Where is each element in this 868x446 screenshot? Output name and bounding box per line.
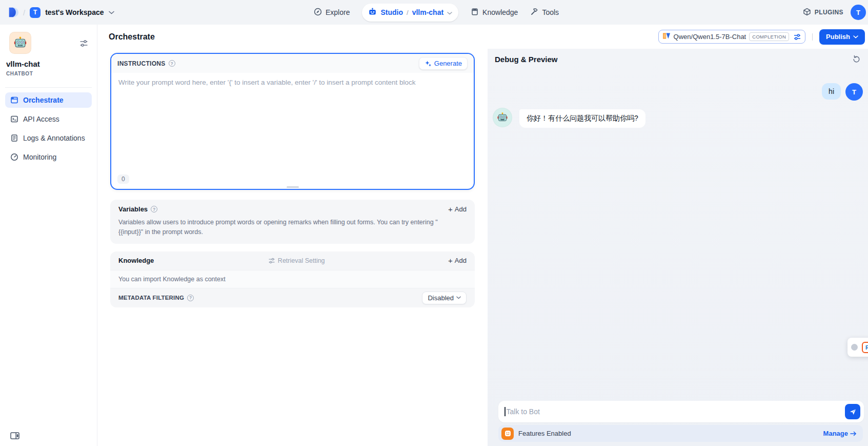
- nav-explore[interactable]: Explore: [314, 8, 350, 17]
- help-icon[interactable]: ?: [187, 295, 194, 301]
- metadata-filtering-value: Disabled: [428, 294, 454, 302]
- chat-input[interactable]: Talk to Bot: [498, 401, 864, 422]
- collapse-sidebar-icon[interactable]: [10, 432, 19, 442]
- app-type-label: CHATBOT: [6, 71, 33, 76]
- sidebar-item-logs-annotations[interactable]: Logs & Annotations: [5, 130, 92, 146]
- model-selector[interactable]: Qwen/Qwen1.5-7B-Chat COMPLETION: [658, 30, 805, 44]
- variables-card: Variables ? + Add Variables allow users …: [110, 200, 475, 244]
- orchestrate-config-panel: INSTRUCTIONS ? Generate Write your promp…: [97, 49, 488, 446]
- nav-studio-active[interactable]: Studio / vllm-chat: [362, 4, 458, 22]
- floating-extension-widget[interactable]: R: [847, 338, 868, 357]
- sidebar-item-orchestrate[interactable]: Orchestrate: [5, 92, 92, 108]
- metadata-filtering-label: METADATA FILTERING: [118, 295, 184, 301]
- sidebar-item-api-access[interactable]: API Access: [5, 111, 92, 127]
- features-icon: [501, 428, 514, 440]
- sidebar-divider: [5, 87, 92, 88]
- add-label: Add: [455, 205, 467, 213]
- manage-label: Manage: [823, 430, 848, 437]
- chat-message-user: hi T: [822, 83, 863, 101]
- top-navigation-bar: / T test's Workspace Explore: [0, 0, 868, 25]
- retrieval-setting-button[interactable]: Retrieval Setting: [268, 257, 325, 264]
- page-title: Orchestrate: [109, 32, 155, 42]
- robot-emoji-icon: [13, 36, 27, 50]
- plugins-box-icon: [803, 8, 811, 17]
- knowledge-card: Knowledge Retrieval Setting + Add You ca…: [110, 251, 475, 307]
- model-name: Qwen/Qwen1.5-7B-Chat: [674, 33, 746, 41]
- nav-knowledge-label: Knowledge: [482, 8, 518, 16]
- resize-handle[interactable]: [287, 186, 299, 188]
- manage-features-link[interactable]: Manage: [823, 430, 857, 437]
- retrieval-sliders-icon: [268, 257, 275, 264]
- metadata-filtering-dropdown[interactable]: Disabled: [422, 292, 467, 304]
- nav-tools[interactable]: Tools: [530, 8, 559, 17]
- add-variable-button[interactable]: + Add: [448, 205, 467, 213]
- extension-icon[interactable]: R: [862, 342, 868, 353]
- logs-document-icon: [10, 134, 18, 142]
- add-knowledge-button[interactable]: + Add: [448, 257, 467, 264]
- page-header: Orchestrate Qwen/Qwen1.5-7B-Chat COMPLET…: [97, 25, 868, 49]
- instructions-title: INSTRUCTIONS: [117, 60, 166, 67]
- nav-knowledge[interactable]: Knowledge: [471, 8, 518, 17]
- app-settings-sliders-icon[interactable]: [79, 39, 88, 50]
- nav-tools-label: Tools: [542, 8, 559, 16]
- publish-button[interactable]: Publish: [819, 29, 865, 45]
- plus-icon: +: [448, 257, 453, 264]
- instructions-header: INSTRUCTIONS ? Generate: [111, 54, 474, 73]
- help-icon[interactable]: ?: [169, 60, 175, 67]
- monitoring-gauge-icon: [10, 153, 18, 161]
- workspace-badge[interactable]: T: [30, 7, 41, 18]
- sidebar-item-label: Orchestrate: [23, 96, 64, 104]
- prompt-placeholder: Write your prompt word here, enter '{' t…: [118, 79, 416, 86]
- metadata-filtering-row: METADATA FILTERING ? Disabled: [110, 288, 475, 307]
- generate-label: Generate: [434, 60, 462, 67]
- explore-compass-icon: [314, 8, 322, 17]
- nav-studio-label: Studio: [380, 8, 403, 16]
- assistant-message-bubble: 你好！有什么问题我可以帮助你吗?: [519, 109, 645, 128]
- user-avatar[interactable]: T: [851, 5, 866, 20]
- sidebar-item-monitoring[interactable]: Monitoring: [5, 149, 92, 165]
- publish-label: Publish: [826, 33, 850, 41]
- character-count: 0: [117, 174, 129, 184]
- sidebar-item-label: Logs & Annotations: [23, 134, 85, 142]
- send-button[interactable]: [845, 404, 860, 419]
- user-avatar: T: [845, 83, 863, 101]
- workspace-name[interactable]: test's Workspace: [45, 8, 104, 16]
- debug-preview-panel: Debug & Preview hi T 你好！有: [488, 49, 868, 446]
- variables-title: Variables: [118, 205, 148, 213]
- chevron-down-icon[interactable]: [109, 11, 114, 14]
- plugins-label: PLUGINS: [815, 9, 843, 16]
- help-icon[interactable]: ?: [151, 206, 157, 212]
- app-sidebar: vllm-chat CHATBOT Orchestrate API Access: [0, 25, 97, 446]
- model-config-sliders-icon[interactable]: [793, 33, 801, 41]
- header-divider: [812, 33, 813, 41]
- send-paper-plane-icon: [849, 408, 857, 416]
- app-icon[interactable]: [9, 32, 31, 54]
- bot-avatar: [493, 108, 512, 127]
- chevron-down-icon[interactable]: [447, 8, 452, 17]
- chat-message-assistant: 你好！有什么问题我可以帮助你吗?: [493, 108, 645, 128]
- plugins-button[interactable]: PLUGINS: [803, 8, 843, 17]
- instructions-panel: INSTRUCTIONS ? Generate Write your promp…: [110, 53, 475, 190]
- sparkle-icon: [425, 60, 432, 67]
- nav-current-app[interactable]: vllm-chat: [412, 8, 443, 16]
- arrow-right-icon: [850, 431, 857, 436]
- prompt-editor[interactable]: Write your prompt word here, enter '{' t…: [111, 73, 474, 92]
- chevron-down-icon: [853, 35, 858, 38]
- dify-logo[interactable]: [7, 7, 18, 18]
- features-bar: Features Enabled Manage: [498, 425, 863, 442]
- breadcrumb-separator: /: [23, 8, 25, 17]
- debug-preview-title: Debug & Preview: [495, 55, 558, 64]
- app-name: vllm-chat: [6, 60, 40, 68]
- generate-button[interactable]: Generate: [419, 57, 468, 70]
- chevron-down-icon: [456, 296, 461, 299]
- tools-hammer-icon: [530, 8, 538, 17]
- variables-description: Variables allow users to introduce promp…: [118, 218, 439, 238]
- sidebar-item-label: Monitoring: [23, 153, 56, 161]
- robot-emoji-icon: [497, 112, 508, 123]
- features-enabled-label: Features Enabled: [518, 430, 571, 437]
- pill-separator: /: [407, 9, 409, 16]
- vllm-logo-icon: [662, 32, 671, 42]
- restart-conversation-icon[interactable]: [852, 55, 861, 64]
- sidebar-item-label: API Access: [23, 115, 59, 123]
- studio-robot-icon: [368, 7, 377, 18]
